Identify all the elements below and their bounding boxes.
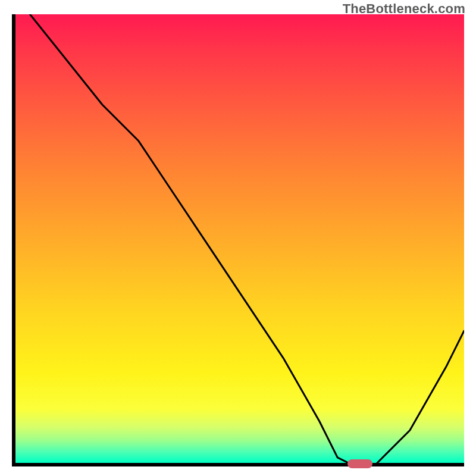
chart-plot-area — [12, 14, 464, 466]
optimal-marker — [347, 459, 372, 468]
chart-frame — [12, 14, 464, 466]
